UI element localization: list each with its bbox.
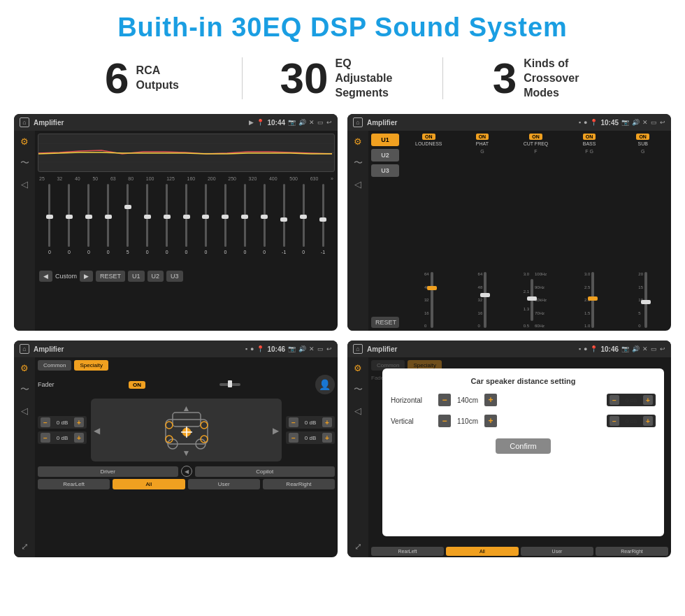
ch-cutfreq-on[interactable]: ON (529, 134, 542, 140)
driver-btn[interactable]: Driver (38, 466, 178, 477)
ch-cutfreq-track[interactable] (531, 279, 533, 321)
sidebar-speaker-icon-2[interactable]: ◁ (354, 179, 361, 189)
ch-loudness-thumb[interactable] (427, 286, 437, 290)
eq-slider-2[interactable]: 0 (60, 184, 78, 268)
eq-slider-11[interactable]: 0 (236, 184, 254, 268)
eq-track-5[interactable] (127, 184, 129, 247)
ch-sub-on[interactable]: ON (636, 134, 649, 140)
db-minus-fr[interactable]: − (289, 417, 298, 427)
eq-track-14[interactable] (303, 184, 305, 247)
eq-track-10[interactable] (224, 184, 226, 247)
copilot-btn[interactable]: Copilot (195, 466, 336, 477)
ch-bass-track[interactable] (591, 272, 594, 328)
eq-thumb-15[interactable] (319, 217, 326, 222)
ch-sub-thumb[interactable] (641, 300, 651, 304)
db-plus-fr[interactable]: + (322, 417, 332, 427)
confirm-button[interactable]: Confirm (496, 438, 551, 454)
dist-db-minus-h[interactable]: − (610, 395, 619, 405)
eq-thumb-1[interactable] (46, 215, 53, 219)
horizontal-plus-btn[interactable]: + (484, 394, 497, 406)
eq-track-7[interactable] (166, 184, 168, 247)
eq-reset-btn[interactable]: RESET (96, 271, 125, 282)
sidebar-expand-icon-3[interactable]: ⤢ (21, 541, 29, 552)
eq-slider-4[interactable]: 0 (99, 184, 117, 268)
ch-bass-thumb[interactable] (588, 296, 598, 301)
db-plus-rr[interactable]: + (322, 433, 332, 443)
eq-track-4[interactable] (107, 184, 109, 247)
ch-bass-on[interactable]: ON (583, 134, 596, 140)
sidebar-eq-icon-3[interactable]: ⚙ (20, 363, 29, 373)
arrow-left[interactable]: ◀ (94, 424, 100, 436)
eq-slider-1[interactable]: 0 (41, 184, 59, 268)
db-minus-fl[interactable]: − (41, 417, 50, 427)
eq-thumb-6[interactable] (144, 215, 151, 219)
sidebar-wave-icon-4[interactable]: 〜 (354, 383, 363, 396)
db-minus-rl[interactable]: − (41, 433, 50, 443)
rearleft-btn[interactable]: RearLeft (38, 479, 110, 489)
sidebar-wave-icon-2[interactable]: 〜 (354, 157, 363, 169)
arrow-down[interactable]: ▼ (182, 446, 191, 459)
eq-prev-btn[interactable]: ◀ (39, 271, 52, 282)
eq-next-btn[interactable]: ▶ (80, 271, 93, 282)
xover-reset-btn[interactable]: RESET (371, 317, 399, 328)
dist-all-btn[interactable]: All (446, 547, 519, 556)
db-minus-rr[interactable]: − (289, 433, 298, 443)
eq-thumb-5[interactable] (124, 205, 131, 209)
eq-thumb-7[interactable] (164, 215, 171, 219)
rearright-btn[interactable]: RearRight (263, 479, 335, 489)
ch-sub-track[interactable] (644, 272, 647, 328)
arrow-up[interactable]: ▲ (182, 401, 191, 414)
eq-track-12[interactable] (264, 184, 266, 247)
sidebar-speaker-icon[interactable]: ◁ (21, 179, 28, 189)
eq-slider-7[interactable]: 0 (158, 184, 176, 268)
fader-mini-thumb[interactable] (228, 380, 232, 387)
left-circle-btn[interactable]: ◀ (181, 466, 192, 477)
eq-slider-13[interactable]: -1 (275, 184, 293, 268)
eq-slider-8[interactable]: 0 (178, 184, 196, 268)
fader-on-switch[interactable]: ON (129, 381, 145, 389)
sidebar-wave-icon[interactable]: 〜 (20, 157, 29, 169)
eq-track-15[interactable] (322, 184, 324, 247)
eq-slider-12[interactable]: 0 (255, 184, 273, 268)
home-icon-3[interactable] (20, 344, 29, 354)
eq-track-3[interactable] (87, 184, 89, 247)
eq-slider-15[interactable]: -1 (314, 184, 332, 268)
ch-cutfreq-thumb[interactable] (527, 296, 537, 301)
ch-sub-slider[interactable]: 20 15 10 5 0 (617, 157, 668, 328)
home-icon-1[interactable] (20, 117, 29, 127)
ch-loudness-track[interactable] (431, 272, 433, 328)
ch-phat-slider[interactable]: 64 48 32 16 0 (457, 157, 508, 328)
eq-thumb-9[interactable] (202, 215, 209, 219)
sidebar-vol-icon-3[interactable]: ◁ (21, 406, 28, 416)
eq-track-6[interactable] (146, 184, 148, 247)
eq-thumb-13[interactable] (280, 217, 287, 222)
horizontal-minus-btn[interactable]: − (438, 394, 451, 406)
eq-track-2[interactable] (68, 184, 70, 247)
sidebar-eq-icon-4[interactable]: ⚙ (354, 363, 362, 373)
eq-thumb-10[interactable] (222, 215, 229, 219)
db-plus-rl[interactable]: + (74, 433, 84, 443)
eq-slider-14[interactable]: 0 (294, 184, 312, 268)
eq-slider-10[interactable]: 0 (216, 184, 234, 268)
ch-phat-track[interactable] (484, 272, 486, 328)
dist-rearright-btn[interactable]: RearRight (596, 547, 668, 556)
sidebar-expand-icon-4[interactable]: ⤢ (354, 541, 362, 552)
eq-slider-5[interactable]: 5 (119, 184, 137, 268)
home-icon-2[interactable] (353, 117, 363, 127)
eq-thumb-2[interactable] (66, 215, 73, 219)
eq-track-1[interactable] (48, 184, 50, 247)
dist-db-plus-v[interactable]: + (643, 416, 653, 426)
eq-thumb-3[interactable] (85, 215, 92, 219)
sidebar-wave-icon-3[interactable]: 〜 (20, 383, 29, 396)
tab-specialty[interactable]: Specialty (74, 360, 108, 371)
eq-thumb-14[interactable] (300, 215, 307, 219)
eq-slider-3[interactable]: 0 (80, 184, 98, 268)
dist-db-minus-v[interactable]: − (610, 416, 619, 426)
vertical-plus-btn[interactable]: + (484, 415, 497, 427)
eq-thumb-11[interactable] (241, 215, 248, 219)
tab-common[interactable]: Common (38, 360, 71, 371)
user-btn[interactable]: User (188, 479, 260, 489)
ch-phat-thumb[interactable] (480, 293, 490, 297)
u2-button[interactable]: U2 (371, 149, 399, 162)
sidebar-eq-icon[interactable]: ⚙ (20, 136, 29, 147)
